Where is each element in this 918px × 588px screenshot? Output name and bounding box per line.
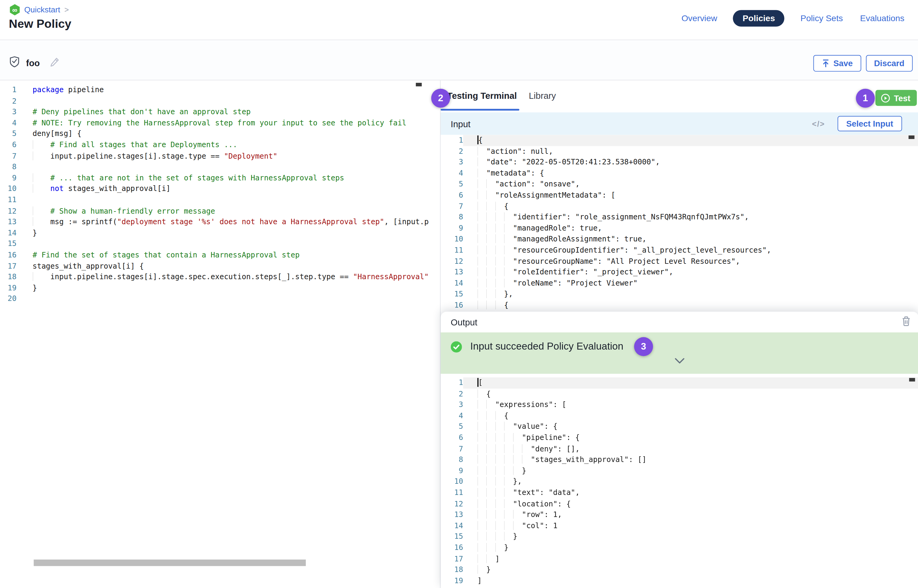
code-line[interactable]: 5 "value": { [441,421,918,432]
code-line[interactable]: 2 "action": null, [441,146,918,157]
nav-overview[interactable]: Overview [680,11,718,25]
line-number: 12 [441,256,463,267]
code-line[interactable]: 4 { [441,410,918,421]
nav-policies[interactable]: Policies [733,10,784,27]
code-view-icon[interactable]: </> [812,119,825,128]
code-line[interactable]: 10 not stages_with_approval[i] [0,183,440,194]
line-number: 2 [441,388,463,399]
line-number: 7 [441,443,463,454]
line-number: 14 [441,278,463,289]
line-number: 3 [441,399,463,410]
line-number: 6 [441,432,463,443]
expand-details-chevron-icon[interactable] [674,357,685,366]
code-line[interactable]: 7 { [441,201,918,212]
code-line[interactable]: 6 "pipeline": { [441,432,918,443]
line-number: 3 [0,107,17,118]
code-line[interactable]: 11 [0,195,440,205]
code-line[interactable]: 14} [0,228,440,238]
code-line[interactable]: 7 input.pipeline.stages[i].stage.type ==… [0,150,440,162]
line-number: 10 [441,476,463,487]
play-circle-icon [881,93,890,102]
code-line[interactable]: 9 # ... that are not in the set of stage… [0,173,440,183]
code-line[interactable]: 1{ [441,135,918,145]
code-line[interactable]: 8 [0,162,440,173]
code-line[interactable]: 1[ [441,377,918,388]
line-number: 10 [441,234,463,245]
code-line[interactable]: 16# Find the set of stages that contain … [0,250,440,260]
tab-library[interactable]: Library [529,90,556,100]
line-number: 16 [0,250,17,260]
code-line[interactable]: 9 "managedRole": true, [441,223,918,234]
code-line[interactable]: 16 } [441,543,918,553]
code-line[interactable]: 7 "deny": [], [441,443,918,454]
chevron-right-icon: > [65,5,69,14]
clear-output-button[interactable] [901,316,911,328]
input-label: Input [451,118,470,128]
code-line[interactable]: 3 "date": "2022-05-05T20:41:23.538+0000"… [441,157,918,168]
top-nav: Overview Policies Policy Sets Evaluation… [680,10,906,27]
terminal-tabs-row: 2 Testing Terminal Library 1 Test [441,81,918,112]
code-line[interactable]: 5deny[msg] { [0,129,440,140]
code-line-text: # Find the set of stages that contain a … [17,250,440,260]
code-line[interactable]: 14 "col": 1 [441,520,918,531]
code-line-text: "action": null, [463,146,918,157]
code-line[interactable]: 15 }, [441,289,918,300]
line-number: 3 [441,157,463,168]
line-number: 10 [0,183,17,194]
code-line[interactable]: 13 "roleIdentifier": "_project_viewer", [441,267,918,278]
code-line[interactable]: 10 }, [441,476,918,487]
output-json-editor[interactable]: 1[2 {3 "expressions": [4 {5 "value": {6 … [441,374,918,588]
code-line[interactable]: 15 } [441,531,918,542]
code-line[interactable]: 2 { [441,388,918,399]
code-line-text: "date": "2022-05-05T20:41:23.538+0000", [463,157,918,168]
code-line-text: # NOTE: Try removing the HarnessApproval… [17,118,440,128]
code-line[interactable]: 4 "metadata": { [441,168,918,179]
code-line[interactable]: 3 "expressions": [ [441,399,918,410]
code-line[interactable]: 20 [0,293,440,304]
code-line[interactable]: 10 "managedRoleAssignment": true, [441,234,918,245]
line-number: 5 [441,421,463,432]
code-line-text: package pipeline [17,85,440,95]
edit-name-icon[interactable] [50,57,60,69]
code-line[interactable]: 1package pipeline [0,85,440,95]
code-line[interactable]: 19} [0,283,440,293]
code-line[interactable]: 18 input.pipeline.stages[i].stage.spec.e… [0,271,440,283]
test-button[interactable]: Test [876,90,917,106]
discard-button[interactable]: Discard [866,55,913,72]
code-line[interactable]: 16 { [441,300,918,311]
code-line[interactable]: 17stages_with_approval[i] { [0,260,440,271]
code-line[interactable]: 14 "roleName": "Project Viewer" [441,278,918,289]
code-line[interactable]: 13 msg := sprintf("deployment stage '%s'… [0,216,440,228]
code-line-text: "expressions": [ [463,399,918,410]
code-line[interactable]: 12 # Show a human-friendly error message [0,205,440,216]
code-line[interactable]: 8 "stages_with_approval": [] [441,454,918,465]
horizontal-scrollbar[interactable] [34,560,306,566]
code-line[interactable]: 5 "action": "onsave", [441,179,918,190]
breadcrumb-quickstart-link[interactable]: Quickstart [24,5,60,14]
code-line[interactable]: 6 "roleAssignmentMetadata": [ [441,190,918,200]
code-line[interactable]: 18 } [441,564,918,575]
nav-policy-sets[interactable]: Policy Sets [799,11,844,25]
nav-evaluations[interactable]: Evaluations [859,11,906,25]
code-line[interactable]: 12 "resourceGroupName": "All Project Lev… [441,256,918,267]
policy-code-editor[interactable]: 1package pipeline23# Deny pipelines that… [0,81,440,588]
code-line-text: } [463,465,918,476]
tab-testing-terminal[interactable]: Testing Terminal [447,90,517,100]
code-line[interactable]: 3# Deny pipelines that don't have an app… [0,107,440,118]
code-line[interactable]: 2 [0,95,440,107]
save-button[interactable]: Save [813,55,861,72]
input-json-editor[interactable]: 1{2 "action": null,3 "date": "2022-05-05… [441,135,918,312]
select-input-button[interactable]: Select Input [837,116,902,131]
code-line[interactable]: 17 ] [441,553,918,564]
code-line[interactable]: 6 # Find all stages that are Deployments… [0,140,440,150]
code-line[interactable]: 15 [0,238,440,249]
code-line[interactable]: 9 } [441,465,918,476]
policy-name: foo [26,58,40,68]
code-line[interactable]: 12 "location": { [441,498,918,509]
code-line[interactable]: 13 "row": 1, [441,509,918,520]
code-line[interactable]: 11 "text": "data", [441,487,918,498]
code-line[interactable]: 11 "resourceGroupIdentifier": "_all_proj… [441,245,918,255]
code-line[interactable]: 4# NOTE: Try removing the HarnessApprova… [0,118,440,128]
code-line[interactable]: 19] [441,575,918,586]
code-line[interactable]: 8 "identifier": "role_assignment_NsFQM43… [441,212,918,223]
